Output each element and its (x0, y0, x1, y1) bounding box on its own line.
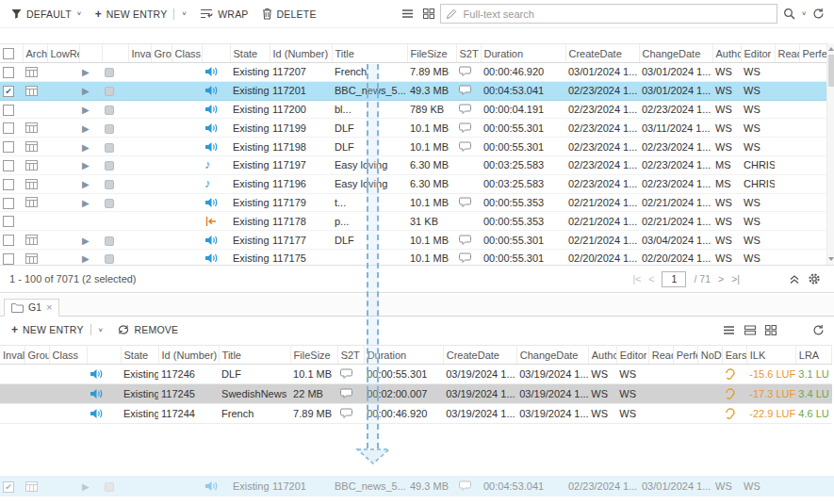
col-header-state[interactable]: State (121, 346, 158, 365)
col-header-duration[interactable]: Duration (481, 44, 565, 63)
col-header-id[interactable]: Id (Number) (270, 44, 332, 63)
col-header-editor[interactable]: Editor (616, 346, 648, 365)
scroll-down-icon[interactable] (828, 257, 834, 261)
preview-thumbnail[interactable] (105, 236, 114, 246)
list-view-icon[interactable] (719, 323, 739, 337)
col-header-lowres[interactable]: LowRes (47, 44, 79, 63)
table-row[interactable]: ▶♪Existing117196Easy loving6.30 MB00:03:… (0, 174, 826, 193)
tab-g1[interactable]: G1 × (4, 299, 59, 317)
preview-thumbnail[interactable] (105, 161, 114, 171)
col-header-changed[interactable]: ChangeDate (639, 44, 712, 63)
first-page-button[interactable]: |< (632, 273, 641, 285)
col-header-size[interactable]: FileSize (407, 44, 456, 63)
col-header-read[interactable]: Read (648, 346, 673, 365)
col-header-lra[interactable]: LRA (795, 346, 831, 365)
preview-thumbnail[interactable] (105, 254, 114, 264)
col-header-editor[interactable]: Editor (741, 44, 775, 63)
col-header-state[interactable]: State (230, 44, 270, 63)
prev-page-button[interactable]: < (648, 273, 654, 285)
col-header-perfe[interactable]: Perfe (673, 346, 697, 365)
play-icon[interactable]: ▶ (82, 236, 90, 246)
table-row[interactable]: ▶♪Existing117197Easy loving6.30 MB00:03:… (0, 155, 826, 174)
search-input[interactable] (462, 8, 773, 21)
row-checkbox[interactable] (3, 122, 14, 134)
col-header-sel[interactable] (0, 44, 23, 63)
col-header-changed[interactable]: ChangeDate (516, 346, 588, 365)
preview-thumbnail[interactable] (105, 68, 114, 77)
settings-gear-icon[interactable] (804, 270, 825, 287)
play-icon[interactable]: ▶ (82, 160, 90, 171)
table-row[interactable]: ▶Existing117200bl...789 KB00:00:04.19102… (0, 100, 826, 119)
scrollbar-thumb[interactable] (828, 55, 834, 87)
play-icon[interactable]: ▶ (82, 481, 90, 492)
table-row[interactable]: ▶Existing117198DLF10.1 MB00:00:55.30102/… (0, 138, 826, 156)
col-header-play[interactable] (79, 44, 102, 63)
col-header-stop[interactable] (102, 44, 128, 63)
col-header-class[interactable]: Class (49, 346, 87, 365)
preview-thumbnail[interactable] (105, 106, 114, 115)
row-checkbox[interactable] (3, 253, 14, 265)
play-icon[interactable]: ▶ (82, 253, 90, 264)
search-options-chevron-icon[interactable]: ∨ (801, 10, 807, 17)
last-page-button[interactable]: >| (731, 273, 740, 285)
col-header-grou[interactable]: Grou (151, 44, 172, 63)
play-icon[interactable]: ▶ (82, 179, 90, 189)
row-checkbox[interactable] (3, 179, 14, 190)
table-row[interactable]: ✔▶Existing117201BBC_news_5...49.3 MB00:0… (0, 476, 827, 496)
next-page-button[interactable]: > (718, 273, 724, 285)
col-header-read[interactable]: Read (775, 44, 799, 63)
row-checkbox[interactable] (3, 67, 14, 78)
rows-view-icon[interactable] (741, 323, 760, 337)
row-checkbox[interactable] (3, 216, 14, 227)
collapse-panel-icon[interactable] (785, 272, 804, 286)
table-row[interactable]: Existing117244French7.89 MB00:00:46.9200… (0, 404, 832, 424)
close-tab-icon[interactable]: × (46, 301, 52, 313)
search-icon[interactable] (779, 6, 799, 22)
col-header-inval[interactable]: Inval (128, 44, 151, 63)
col-header-grou[interactable]: Grou (25, 346, 49, 365)
play-icon[interactable]: ▶ (82, 198, 90, 208)
col-header-title[interactable]: Title (219, 346, 290, 365)
preview-thumbnail[interactable] (105, 124, 114, 134)
new-entry-button[interactable]: + NEW ENTRY ∨ (6, 320, 109, 339)
play-icon[interactable]: ▶ (82, 67, 90, 77)
filter-default-button[interactable]: DEFAULT ∨ (6, 6, 88, 23)
preview-thumbnail[interactable] (105, 199, 114, 208)
play-icon[interactable]: ▶ (82, 86, 90, 96)
table-row[interactable]: Existing117245SwedishNews22 MB00:02:00.0… (0, 384, 832, 404)
preview-thumbnail[interactable] (105, 180, 114, 189)
col-header-inval[interactable]: Inval (0, 346, 25, 365)
play-icon[interactable]: ▶ (82, 105, 90, 115)
col-header-size[interactable]: FileSize (290, 346, 337, 365)
remove-button[interactable]: REMOVE (111, 321, 185, 338)
col-header-perfe[interactable]: Perfe (799, 44, 826, 63)
page-input[interactable] (662, 271, 686, 287)
col-header-author[interactable]: Author (588, 346, 616, 365)
grid-view-icon[interactable] (419, 7, 438, 21)
row-checkbox[interactable] (3, 105, 14, 116)
table-row[interactable]: ▶Existing117199DLF10.1 MB00:00:55.30102/… (0, 119, 826, 138)
col-header-ears[interactable]: Ears (722, 346, 746, 365)
refresh-icon[interactable] (809, 322, 828, 338)
table-row[interactable]: Existing117178p...31 KB00:00:55.35302/21… (0, 212, 826, 231)
preview-thumbnail[interactable] (105, 482, 114, 492)
list-view-icon[interactable] (398, 7, 417, 21)
new-entry-button[interactable]: + NEW ENTRY ∨ (90, 5, 193, 24)
row-checkbox[interactable]: ✔ (3, 481, 14, 493)
col-header-media[interactable] (202, 44, 230, 63)
wrap-button[interactable]: WRAP (194, 6, 253, 23)
col-header-author[interactable]: Author (712, 44, 741, 63)
col-header-s2t[interactable]: S2T (337, 346, 364, 365)
col-header-duration[interactable]: Duration (364, 346, 443, 365)
col-header-s2t[interactable]: S2T (456, 44, 481, 63)
col-header-created[interactable]: CreateDate (565, 44, 639, 63)
table-row[interactable]: Existing117246DLF10.1 MB00:00:55.30103/1… (0, 365, 832, 384)
preview-thumbnail[interactable] (105, 143, 114, 153)
row-checkbox[interactable] (3, 141, 14, 153)
row-checkbox[interactable] (3, 235, 14, 246)
table-row[interactable]: ▶Existing117177DLF10.1 MB00:00:55.30102/… (0, 231, 826, 250)
vertical-scrollbar[interactable] (826, 43, 834, 265)
row-checkbox[interactable] (3, 198, 14, 209)
col-header-id[interactable]: Id (Number) (158, 346, 219, 365)
col-header-ilk[interactable]: ILK (746, 346, 795, 365)
